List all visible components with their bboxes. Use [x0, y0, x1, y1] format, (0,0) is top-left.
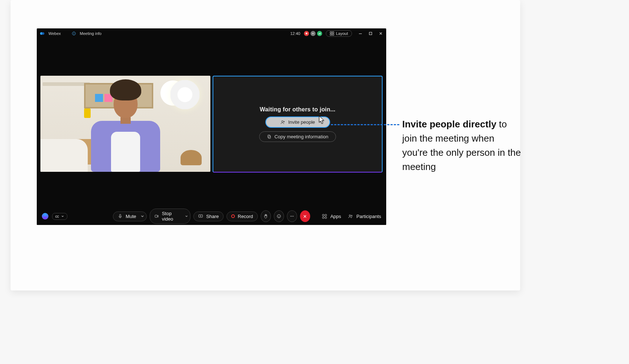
raise-hand-button[interactable] — [261, 210, 271, 222]
svg-rect-8 — [319, 33, 319, 34]
participants-icon — [348, 214, 353, 219]
apps-button[interactable]: Apps — [322, 214, 341, 219]
chevron-down-icon — [61, 215, 64, 218]
window-close-button[interactable] — [378, 31, 383, 36]
webex-logo-icon — [40, 31, 45, 36]
svg-rect-18 — [268, 135, 270, 138]
title-bar: Webex Meeting info 12:40 — [37, 28, 386, 39]
record-button[interactable]: Record — [226, 211, 258, 221]
assistant-icon[interactable] — [42, 213, 48, 219]
svg-rect-12 — [332, 32, 334, 33]
share-button[interactable]: Share — [193, 211, 223, 221]
captions-label: cc — [55, 214, 59, 218]
svg-rect-20 — [119, 214, 121, 217]
stop-video-label: Stop video — [162, 211, 181, 222]
svg-rect-4 — [74, 32, 74, 33]
svg-rect-10 — [320, 33, 320, 35]
callout-connector-line — [331, 124, 399, 125]
svg-point-27 — [292, 216, 292, 217]
reactions-button[interactable] — [274, 210, 284, 222]
window-maximize-button[interactable] — [368, 31, 373, 36]
layout-button[interactable]: Layout — [326, 30, 352, 37]
svg-point-34 — [351, 215, 352, 216]
svg-rect-30 — [325, 214, 327, 215]
apps-grid-icon — [322, 214, 327, 219]
clock: 12:40 — [290, 31, 300, 36]
record-label: Record — [238, 214, 253, 219]
recording-indicator-icon[interactable] — [304, 31, 309, 36]
meeting-info-button[interactable]: Meeting info — [80, 31, 102, 36]
share-screen-icon — [198, 214, 203, 219]
callout-text: Invite people directly to join the meeti… — [402, 117, 522, 174]
network-indicator-icon[interactable] — [317, 31, 322, 36]
chevron-down-icon[interactable] — [185, 214, 188, 218]
svg-rect-16 — [369, 32, 372, 35]
layout-grid-icon — [330, 31, 334, 36]
smile-icon — [276, 214, 281, 219]
status-indicators — [304, 31, 322, 36]
apps-label: Apps — [330, 214, 341, 219]
svg-rect-29 — [323, 214, 324, 215]
mute-button[interactable]: Mute — [113, 211, 147, 221]
self-video-illustration — [40, 76, 210, 172]
layout-label: Layout — [336, 31, 348, 36]
meeting-toolbar: cc Mute Stop video — [37, 207, 386, 225]
callout-bold: Invite people directly — [402, 119, 497, 130]
participants-button[interactable]: Participants — [348, 214, 381, 219]
microphone-icon — [118, 214, 123, 219]
svg-rect-15 — [359, 33, 362, 34]
svg-rect-3 — [74, 33, 74, 35]
svg-rect-21 — [155, 215, 157, 217]
window-minimize-button[interactable] — [358, 31, 363, 36]
svg-rect-11 — [330, 32, 332, 33]
person-add-icon — [280, 120, 285, 125]
app-name: Webex — [48, 31, 61, 36]
svg-rect-7 — [313, 33, 314, 33]
encryption-indicator-icon[interactable] — [310, 31, 316, 36]
self-video-tile[interactable] — [40, 76, 210, 172]
participants-label: Participants — [356, 214, 381, 219]
svg-rect-9 — [319, 33, 320, 35]
slide-panel: Webex Meeting info 12:40 — [11, 0, 520, 290]
copy-meeting-info-button[interactable]: Copy meeting information — [259, 131, 336, 142]
mute-label: Mute — [126, 214, 136, 219]
svg-point-1 — [42, 32, 44, 35]
invite-people-label: Invite people — [288, 119, 315, 125]
end-meeting-button[interactable] — [300, 210, 310, 222]
raise-hand-icon — [263, 214, 268, 219]
copy-icon — [267, 134, 272, 139]
more-horizontal-icon — [289, 214, 294, 219]
webex-meeting-window: Webex Meeting info 12:40 — [37, 28, 386, 225]
svg-point-17 — [281, 120, 283, 122]
copy-meeting-info-label: Copy meeting information — [274, 134, 328, 139]
share-label: Share — [206, 214, 219, 219]
svg-rect-13 — [330, 34, 332, 35]
svg-point-26 — [290, 216, 291, 217]
more-options-button[interactable] — [287, 210, 297, 222]
video-camera-icon — [154, 214, 159, 219]
svg-rect-19 — [268, 136, 270, 139]
record-icon — [231, 214, 235, 218]
svg-rect-32 — [325, 217, 327, 218]
svg-point-25 — [279, 215, 280, 216]
svg-point-28 — [293, 216, 294, 217]
close-icon — [302, 214, 307, 219]
chevron-down-icon[interactable] — [141, 214, 144, 218]
svg-point-24 — [278, 215, 278, 216]
svg-point-5 — [306, 33, 308, 35]
svg-point-33 — [349, 215, 351, 216]
waiting-title: Waiting for others to join... — [260, 106, 336, 113]
stop-video-button[interactable]: Stop video — [150, 209, 190, 224]
svg-point-23 — [277, 214, 280, 218]
svg-rect-31 — [323, 217, 324, 218]
meeting-info-icon[interactable] — [72, 31, 76, 36]
invite-people-button[interactable]: Invite people — [265, 116, 330, 128]
captions-button[interactable]: cc — [52, 213, 67, 220]
svg-rect-14 — [332, 34, 334, 35]
documentation-slide: Webex Meeting info 12:40 — [0, 0, 629, 364]
